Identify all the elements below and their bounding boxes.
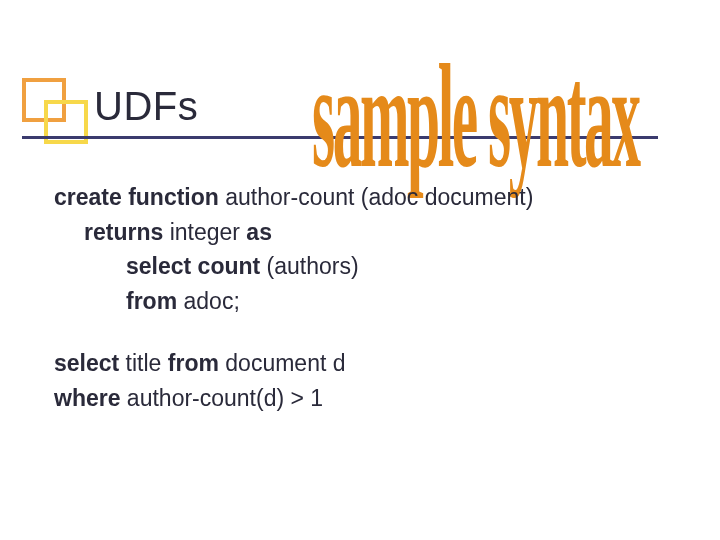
keyword: from <box>126 288 177 314</box>
code-text: title <box>119 350 168 376</box>
keyword: from <box>168 350 219 376</box>
title-underline <box>22 136 658 139</box>
code-block: create function author-count (adoc docum… <box>54 180 533 415</box>
code-line: where author-count(d) > 1 <box>54 381 533 416</box>
keyword: where <box>54 385 120 411</box>
code-line: from adoc; <box>126 284 533 319</box>
keyword: select <box>54 350 119 376</box>
blank-line <box>54 318 533 346</box>
code-text: integer <box>163 219 246 245</box>
code-text: author-count(d) > 1 <box>120 385 323 411</box>
watermark-text: sample syntax <box>312 30 639 202</box>
keyword: as <box>246 219 272 245</box>
code-text: author-count (adoc document) <box>219 184 534 210</box>
code-line: select count (authors) <box>126 249 533 284</box>
code-line: create function author-count (adoc docum… <box>54 180 533 215</box>
code-text: (authors) <box>260 253 358 279</box>
code-text: adoc; <box>177 288 240 314</box>
code-line: returns integer as <box>84 215 533 250</box>
slide-title: UDFs <box>94 84 198 129</box>
code-text: document d <box>219 350 346 376</box>
keyword: create function <box>54 184 219 210</box>
keyword: returns <box>84 219 163 245</box>
code-line: select title from document d <box>54 346 533 381</box>
keyword: select count <box>126 253 260 279</box>
